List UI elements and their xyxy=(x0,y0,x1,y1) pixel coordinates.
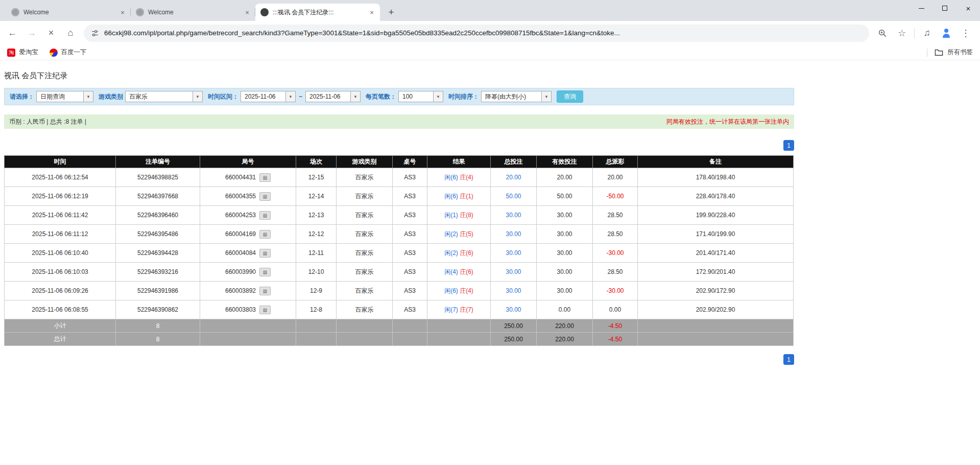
cell-bet-id: 522946395486 xyxy=(116,225,200,244)
page-size-select[interactable]: 100 ▼ xyxy=(398,91,443,102)
cell-game-type: 百家乐 xyxy=(337,244,393,263)
close-window-button[interactable]: × xyxy=(957,0,980,16)
media-controls-button[interactable]: ♫ xyxy=(918,24,936,42)
round-result-icon[interactable]: ▦ xyxy=(259,173,271,182)
tab-welcome-2[interactable]: Welcome × xyxy=(131,4,255,21)
col-table-no: 桌号 xyxy=(393,156,427,168)
tab-close-icon[interactable]: × xyxy=(368,8,376,16)
cell-payout: 28.50 xyxy=(593,263,638,282)
menu-button[interactable]: ⋮ xyxy=(957,24,975,42)
total-bet-link[interactable]: 30.00 xyxy=(506,306,521,313)
pagination-top: 1 xyxy=(4,140,794,151)
total-bet-link[interactable]: 50.00 xyxy=(506,193,521,200)
summary-note-text: 同局有效投注，统一计算在该局第一张注单内 xyxy=(666,118,789,126)
forward-button[interactable]: → xyxy=(22,24,41,42)
round-result-icon[interactable]: ▦ xyxy=(259,306,271,314)
chevron-down-icon[interactable]: ▼ xyxy=(433,91,443,102)
time-sort-value: 降幂(由大到小) xyxy=(482,91,541,102)
cell-round: 660003803▦ xyxy=(200,300,296,319)
empty-cell xyxy=(296,319,337,333)
all-bookmarks-button[interactable]: 所有书签 xyxy=(927,48,973,57)
total-bet-link[interactable]: 30.00 xyxy=(506,268,521,275)
round-result-icon[interactable]: ▦ xyxy=(259,192,271,201)
chevron-down-icon[interactable]: ▼ xyxy=(350,91,360,102)
col-result: 结果 xyxy=(427,156,491,168)
tab-close-icon[interactable]: × xyxy=(243,8,251,16)
chevron-down-icon[interactable]: ▼ xyxy=(193,91,202,102)
result-banker: 庄(4) xyxy=(460,174,473,181)
page-1-button[interactable]: 1 xyxy=(783,140,794,151)
zoom-icon[interactable] xyxy=(873,24,892,42)
page-1-button[interactable]: 1 xyxy=(783,354,794,365)
round-number: 660004169 xyxy=(225,230,256,238)
cell-remark: 178.40/198.40 xyxy=(638,168,794,187)
cell-bet-id: 522946396460 xyxy=(116,206,200,225)
page-content: 视讯 会员下注纪录 请选择： 日期查询 ▼ 游戏类别 百家乐 ▼ 时间区间： 2… xyxy=(4,71,794,365)
cell-table-no: AS3 xyxy=(393,282,427,300)
total-bet-link[interactable]: 30.00 xyxy=(506,212,521,219)
profile-button[interactable] xyxy=(937,24,955,42)
cell-result: 闲(4) 庄(6) xyxy=(427,263,491,282)
col-valid-bet: 有效投注 xyxy=(537,156,593,168)
payout-value: -30.00 xyxy=(606,249,624,257)
query-type-select[interactable]: 日期查询 ▼ xyxy=(36,91,93,102)
game-type-select[interactable]: 百家乐 ▼ xyxy=(125,91,203,102)
query-type-value: 日期查询 xyxy=(37,91,83,102)
tab-close-icon[interactable]: × xyxy=(118,8,127,16)
time-sort-select[interactable]: 降幂(由大到小) ▼ xyxy=(481,91,552,102)
total-bet-link[interactable]: 30.00 xyxy=(506,230,521,238)
empty-cell xyxy=(393,333,427,346)
round-result-icon[interactable]: ▦ xyxy=(259,268,271,276)
chevron-down-icon[interactable]: ▼ xyxy=(285,91,295,102)
time-sort-label: 时间排序： xyxy=(448,92,479,101)
round-result-icon[interactable]: ▦ xyxy=(259,211,271,220)
cell-round: 660004355▦ xyxy=(200,187,296,206)
cell-bet-id: 522946394428 xyxy=(116,244,200,263)
cell-payout: 20.00 xyxy=(593,168,638,187)
subtotal-total-bet: 250.00 xyxy=(491,319,537,333)
game-type-value: 百家乐 xyxy=(126,91,193,102)
cell-time: 2025-11-06 06:10:03 xyxy=(5,263,116,282)
maximize-button[interactable] xyxy=(933,0,957,16)
cell-session: 12-14 xyxy=(296,187,337,206)
tune-icon-svg xyxy=(91,29,99,37)
cell-total-bet: 30.00 xyxy=(491,263,537,282)
bookmark-aitaobao[interactable]: 淘 爱淘宝 xyxy=(7,48,38,57)
cell-game-type: 百家乐 xyxy=(337,206,393,225)
round-result-icon[interactable]: ▦ xyxy=(259,230,271,239)
search-button[interactable]: 查询 xyxy=(557,90,583,103)
total-bet-link[interactable]: 20.00 xyxy=(506,174,521,181)
back-button[interactable]: ← xyxy=(3,24,21,42)
minimize-button[interactable] xyxy=(910,0,933,16)
round-result-icon[interactable]: ▦ xyxy=(259,249,271,258)
table-row: 2025-11-06 06:08:55522946390862660003803… xyxy=(5,300,794,319)
col-session: 场次 xyxy=(296,156,337,168)
date-from-select[interactable]: 2025-11-06 ▼ xyxy=(241,91,296,102)
address-bar[interactable]: 66cxkj98.com/ipl/portal.php/game/betreco… xyxy=(84,25,869,42)
total-bet-link[interactable]: 30.00 xyxy=(506,249,521,257)
home-button[interactable]: ⌂ xyxy=(61,24,80,42)
col-game-type: 游戏类别 xyxy=(337,156,393,168)
empty-cell xyxy=(638,319,794,333)
cell-time: 2025-11-06 06:09:26 xyxy=(5,282,116,300)
cell-total-bet: 50.00 xyxy=(491,187,537,206)
total-bet-link[interactable]: 30.00 xyxy=(506,287,521,294)
date-from-value: 2025-11-06 xyxy=(241,91,285,102)
stop-loading-button[interactable]: × xyxy=(42,24,60,42)
summary-currency-text: 币别 : 人民币 | 总共 :8 注单 | xyxy=(9,118,86,126)
tab-bet-record[interactable]: :::视讯 会员下注纪录::: × xyxy=(255,4,380,21)
cell-valid-bet: 30.00 xyxy=(537,282,593,300)
date-to-select[interactable]: 2025-11-06 ▼ xyxy=(305,91,361,102)
bookmark-baidu[interactable]: 百度一下 xyxy=(50,48,87,57)
bookmark-star-button[interactable]: ☆ xyxy=(893,24,911,42)
site-settings-icon[interactable] xyxy=(91,29,99,37)
cell-time: 2025-11-06 06:12:54 xyxy=(5,168,116,187)
cell-valid-bet: 20.00 xyxy=(537,168,593,187)
new-tab-button[interactable]: + xyxy=(384,5,398,19)
chevron-down-icon[interactable]: ▼ xyxy=(541,91,551,102)
round-result-icon[interactable]: ▦ xyxy=(259,287,271,295)
tab-welcome-1[interactable]: Welcome × xyxy=(6,4,131,21)
bookmark-label: 百度一下 xyxy=(61,48,87,57)
tab-strip: Welcome × Welcome × :::视讯 会员下注纪录::: × + … xyxy=(0,0,980,21)
chevron-down-icon[interactable]: ▼ xyxy=(83,91,93,102)
